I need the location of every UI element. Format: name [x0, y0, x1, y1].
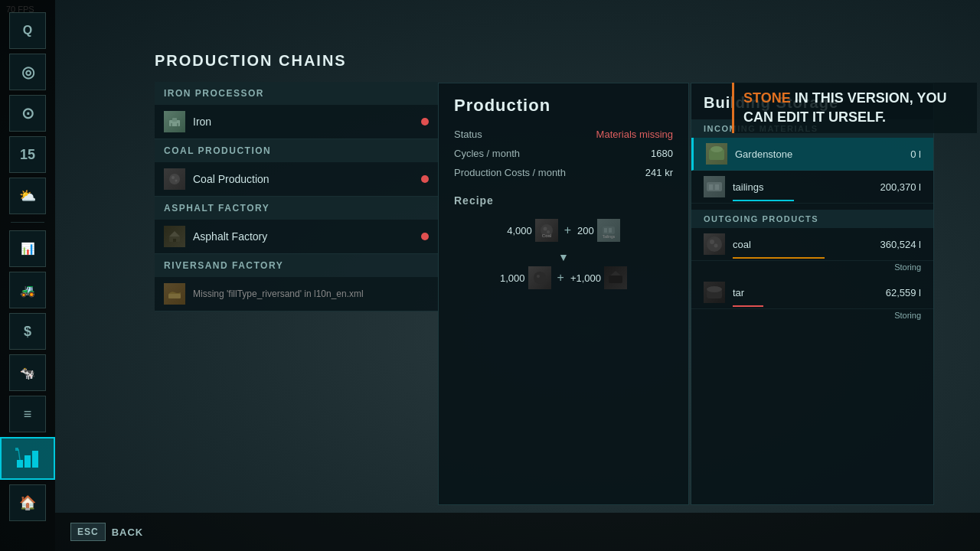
back-label[interactable]: BACK	[112, 527, 144, 538]
sidebar: Q ◎ ⊙ 15 ⛅ 📊 🚜 $ 🐄 ≡ 🏠	[0, 0, 55, 551]
svg-point-9	[169, 174, 180, 184]
category-asphalt-factory: ASPHALT FACTORY	[155, 197, 438, 220]
tar-storage-name: tar	[733, 287, 886, 298]
category-riversand-factory: RIVERSAND FACTORY	[155, 254, 438, 277]
svg-rect-7	[171, 123, 172, 126]
recipe-title: Recipe	[454, 194, 673, 207]
svg-point-29	[710, 146, 723, 152]
coal-storage-amount: 360,524 l	[880, 239, 922, 250]
production-chains-panel: PRODUCTION CHAINS IRON PROCESSOR Iron CO…	[155, 52, 438, 505]
building-storage-panel: Building Storage INCOMING MATERIALS Gard…	[691, 83, 934, 505]
coal-item-error	[421, 175, 429, 183]
sidebar-btn-tractor[interactable]: 🚜	[9, 272, 46, 308]
tailings-bar	[733, 200, 794, 201]
svg-point-33	[707, 236, 722, 252]
chain-item-riversand[interactable]: Missing 'fillType_riversand' in l10n_en.…	[155, 277, 438, 311]
sidebar-btn-production[interactable]	[0, 437, 55, 480]
recipe-output-coal: 1,000	[500, 266, 551, 289]
storage-item-tar[interactable]: tar 62,559 l	[691, 276, 933, 309]
layers-icon: ≡	[24, 406, 32, 422]
svg-rect-2	[32, 451, 38, 468]
svg-rect-1	[24, 455, 31, 468]
svg-rect-6	[172, 118, 177, 122]
recipe-output-asphalt: +1,000	[570, 266, 627, 289]
main-content: PRODUCTION CHAINS IRON PROCESSOR Iron CO…	[55, 0, 980, 551]
sidebar-btn-calendar[interactable]: 15	[9, 136, 46, 173]
iron-item-error	[421, 118, 429, 126]
costs-value: 241 kr	[645, 167, 673, 178]
svg-rect-31	[709, 184, 713, 190]
svg-point-37	[707, 286, 722, 292]
recipe-input-coal: 4,000 Coal	[507, 219, 558, 242]
svg-rect-21	[604, 228, 607, 233]
animal-icon: 🐄	[20, 366, 35, 380]
calendar-icon: 15	[20, 147, 35, 163]
iron-item-label: Iron	[193, 116, 429, 128]
status-row: Status Materials missing	[439, 125, 688, 144]
coal-item-icon	[164, 168, 185, 190]
costs-label: Production Costs / month	[454, 167, 566, 178]
sidebar-btn-cloud[interactable]: ⛅	[9, 178, 46, 214]
bottom-bar: ESC BACK	[55, 513, 980, 551]
production-chains-title: PRODUCTION CHAINS	[155, 52, 438, 70]
svg-point-25	[537, 275, 540, 278]
storage-item-coal[interactable]: coal 360,524 l	[691, 228, 933, 261]
recipe-tailings-amount: 200	[577, 225, 594, 236]
gardenstone-name: Gardenstone	[735, 148, 910, 160]
asphalt-item-error	[421, 233, 429, 240]
sidebar-btn-building[interactable]: 🏠	[9, 484, 46, 521]
sidebar-divider	[11, 222, 44, 223]
sidebar-btn-animal[interactable]: 🐄	[9, 354, 46, 391]
tailings-icon	[704, 176, 725, 197]
outgoing-header: OUTGOING PRODUCTS	[691, 210, 933, 228]
recipe-output-asphalt-icon	[604, 266, 627, 289]
q-icon: Q	[23, 24, 32, 37]
storage-item-tailings[interactable]: tailings 200,370 l	[691, 171, 933, 204]
svg-point-24	[534, 272, 546, 284]
recipe-output-asphalt-amount: +1,000	[570, 272, 601, 284]
svg-text:Tailings: Tailings	[602, 234, 615, 239]
esc-button[interactable]: ESC	[70, 523, 106, 541]
iron-item-icon	[164, 111, 185, 132]
chain-list: IRON PROCESSOR Iron COAL PRODUCTION Coal…	[155, 82, 438, 311]
tar-storage-icon	[704, 282, 725, 303]
sidebar-btn-wheel[interactable]: ⊙	[9, 95, 46, 132]
storage-item-gardenstone[interactable]: Gardenstone 0 l	[691, 138, 933, 171]
tar-storage-bar	[733, 305, 763, 307]
sidebar-btn-q[interactable]: Q	[9, 12, 46, 49]
chain-item-asphalt[interactable]: Asphalt Factory	[155, 220, 438, 254]
svg-marker-27	[610, 271, 621, 276]
category-iron-processor: IRON PROCESSOR	[155, 82, 438, 105]
recipe-output-coal-icon	[528, 266, 551, 289]
status-label: Status	[454, 129, 482, 140]
tailings-name: tailings	[733, 181, 880, 193]
recipe-arrow	[454, 248, 673, 266]
sidebar-btn-layers[interactable]: ≡	[9, 396, 46, 432]
coal-storing-label: Storing	[691, 261, 933, 276]
svg-point-11	[175, 180, 178, 182]
coal-item-label: Coal Production	[193, 173, 429, 185]
sidebar-btn-money[interactable]: $	[9, 313, 46, 350]
cycles-value: 1680	[651, 148, 673, 159]
svg-rect-0	[17, 460, 23, 468]
recipe-output-coal-amount: 1,000	[500, 272, 525, 284]
svg-line-4	[18, 449, 20, 460]
svg-rect-26	[609, 276, 622, 283]
svg-rect-15	[168, 294, 181, 298]
recipe-plus-1: +	[564, 223, 571, 237]
tailings-amount: 200,370 l	[880, 181, 922, 193]
recipe-coal-amount: 4,000	[507, 225, 532, 236]
building-icon: 🏠	[19, 494, 36, 511]
svg-point-10	[172, 176, 175, 179]
sidebar-btn-globe[interactable]: ◎	[9, 54, 46, 90]
version-notice: STONE IN THIS VERSION, YOU CAN EDIT IT U…	[732, 83, 977, 133]
chain-item-iron[interactable]: Iron	[155, 105, 438, 139]
sidebar-btn-chart[interactable]: 📊	[9, 230, 46, 267]
chain-item-coal-production[interactable]: Coal Production	[155, 162, 438, 197]
svg-point-35	[714, 244, 718, 248]
cloud-icon: ⛅	[19, 187, 36, 204]
svg-rect-32	[715, 184, 719, 190]
asphalt-item-label: Asphalt Factory	[193, 230, 429, 243]
gardenstone-amount: 0 l	[910, 148, 921, 160]
svg-text:Coal: Coal	[542, 233, 551, 238]
